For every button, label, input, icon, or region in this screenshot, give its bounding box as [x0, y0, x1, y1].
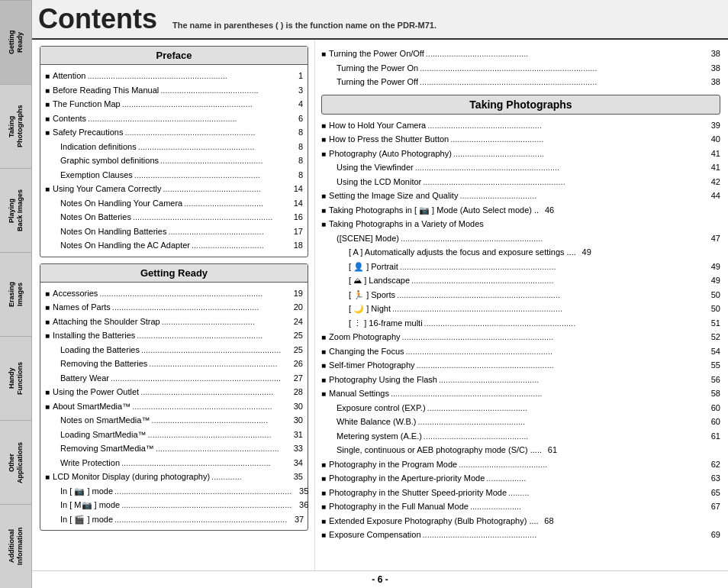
toc-text: [ ⛰ ] Landscape ........................…: [349, 274, 720, 287]
toc-label: In [ 🎬 ] mode: [60, 513, 113, 526]
toc-label: Using Your Camera Correctly: [53, 183, 161, 195]
list-item: Using the LCD Monitor ..................…: [321, 176, 720, 189]
list-item: Notes On Handling Batteries ............…: [45, 225, 303, 238]
toc-page: 41: [705, 147, 720, 160]
toc-page: 37: [288, 513, 304, 526]
bullet: ■: [321, 501, 326, 512]
toc-dots: ........................................…: [121, 457, 286, 470]
toc-label: Photography in the Program Mode: [329, 458, 457, 471]
toc-dots: ........................................…: [114, 485, 292, 498]
toc-text: Photography (Auto Photography) .........…: [329, 147, 720, 160]
toc-dots: ........................................…: [424, 430, 704, 443]
toc-dots: ........................................…: [160, 154, 286, 167]
toc-text: In [ 🎬 ] mode ..........................…: [60, 513, 304, 526]
list-item: ■ Zoom Photography .....................…: [321, 331, 720, 344]
toc-dots: ........................................…: [148, 428, 286, 441]
toc-dots: ........................................…: [439, 373, 704, 386]
list-item: In [ 🎬 ] mode ..........................…: [45, 513, 303, 526]
toc-page: 38: [705, 76, 720, 89]
sidebar: GettingReady TakingPhotographs PlayingBa…: [0, 0, 32, 588]
sidebar-item-additional[interactable]: AdditionalInformation: [0, 504, 31, 588]
list-item: Single, continuous or AEB photography mo…: [321, 444, 720, 457]
toc-text: Photography Using the Flash ............…: [329, 373, 720, 386]
list-item: ■ The Function Map .....................…: [45, 98, 303, 111]
toc-label: Changing the Focus: [329, 345, 404, 358]
toc-label: Photography in the Aperture-priority Mod…: [329, 472, 485, 485]
bullet: ■: [45, 401, 50, 412]
header-subtitle: The name in parentheses ( ) is the funct…: [172, 21, 436, 30]
getting-ready-section: Getting Ready ■ Accessories ............…: [40, 263, 308, 531]
toc-label: Notes On Handling Batteries: [60, 225, 166, 238]
toc-text: White Balance (W.B.) ...................…: [337, 415, 720, 428]
toc-dots: ........................................…: [427, 119, 704, 132]
toc-label: LCD Monitor Display (during photography): [53, 470, 210, 483]
toc-page: 55: [705, 359, 720, 372]
toc-page: 14: [288, 183, 303, 195]
toc-dots: ..................................: [184, 197, 286, 210]
list-item: [ ⋮ ] 16-frame multi ...................…: [321, 317, 720, 330]
toc-page: 16: [288, 211, 303, 224]
sidebar-item-erasing[interactable]: ErasingImages: [0, 252, 31, 336]
sidebar-item-handy[interactable]: HandyFunctions: [0, 336, 31, 420]
toc-text: Exposure Compensation ..................…: [329, 528, 720, 541]
toc-label: How to Press the Shutter Button: [329, 133, 449, 146]
bullet: ■: [45, 288, 50, 299]
sidebar-item-other[interactable]: OtherApplications: [0, 420, 31, 504]
list-item: ■ Extended Exposure Photography (Bulb Ph…: [321, 515, 720, 528]
toc-page: 50: [705, 302, 720, 315]
bullet: ■: [45, 85, 50, 96]
list-item: White Balance (W.B.) ...................…: [321, 415, 720, 428]
toc-label: Taking Photographs in [ 📷 ] Mode (Auto S…: [329, 204, 539, 217]
toc-dots: ........................................…: [114, 513, 287, 526]
bullet: ■: [45, 127, 50, 138]
footer-label: - 6 -: [372, 574, 388, 585]
toc-dots: ...............................: [192, 239, 286, 252]
list-item: [ 👤 ] Portrait .........................…: [321, 260, 720, 273]
toc-label: Photography in the Shutter Speed-priorit…: [329, 486, 507, 499]
toc-text: Turning the Power On ...................…: [337, 62, 720, 75]
list-item: Metering system (A.E.) .................…: [321, 430, 720, 443]
toc-text: Attention ..............................…: [53, 69, 303, 82]
toc-dots: ........................................…: [417, 359, 704, 372]
list-item: [ A ] Automatically adjusts the focus an…: [321, 246, 720, 259]
toc-page: 65: [705, 486, 720, 499]
list-item: Loading SmartMedia™ ....................…: [45, 428, 303, 441]
getting-ready-title: Getting Ready: [40, 264, 308, 283]
toc-text: Manual Settings ........................…: [329, 387, 720, 400]
bullet: ■: [321, 331, 326, 343]
toc-label: Exemption Clauses: [60, 169, 133, 182]
toc-text: Taking Photographs in a Variety of Modes: [329, 218, 720, 231]
list-item: ■ Turning the Power On/Off .............…: [321, 47, 720, 60]
bullet: ■: [321, 473, 326, 484]
toc-page: 69: [705, 528, 720, 541]
toc-page: 49: [705, 260, 720, 273]
toc-text: Loading SmartMedia™ ....................…: [60, 428, 303, 441]
sidebar-item-taking-photographs[interactable]: TakingPhotographs: [0, 84, 31, 168]
sidebar-item-playing-back[interactable]: PlayingBack Images: [0, 168, 31, 252]
toc-label: Taking Photographs in a Variety of Modes: [329, 218, 484, 231]
toc-page: 42: [705, 176, 720, 189]
toc-dots: ........................................…: [138, 141, 286, 153]
toc-text: Turning the Power On/Off ...............…: [329, 47, 720, 60]
toc-text: Notes On Handling Batteries ............…: [60, 225, 303, 238]
toc-dots: ........................................…: [391, 387, 704, 400]
toc-label: Safety Precautions: [53, 126, 123, 139]
bullet: ■: [321, 205, 326, 216]
toc-page: 25: [288, 344, 303, 357]
toc-label: Indication definitions: [60, 141, 137, 153]
toc-text: Battery Wear ...........................…: [60, 372, 303, 385]
toc-text: LCD Monitor Display (during photography)…: [53, 470, 303, 483]
toc-dots: ........................................…: [124, 126, 286, 139]
list-item: Exposure control (EXP.) ................…: [321, 402, 720, 415]
toc-label: Write Protection: [60, 457, 120, 470]
sidebar-item-getting-ready[interactable]: GettingReady: [0, 0, 31, 84]
bullet: ■: [321, 218, 326, 230]
toc-page: 67: [705, 500, 720, 513]
bullet: ■: [321, 374, 326, 386]
bullet: ■: [45, 316, 50, 328]
toc-page: 17: [288, 225, 303, 238]
toc-page: 58: [705, 387, 720, 400]
toc-label: [ ⛰ ] Landscape: [349, 274, 410, 287]
list-item: ■ Self-timer Photography ...............…: [321, 359, 720, 372]
toc-dots: .................: [486, 472, 704, 485]
